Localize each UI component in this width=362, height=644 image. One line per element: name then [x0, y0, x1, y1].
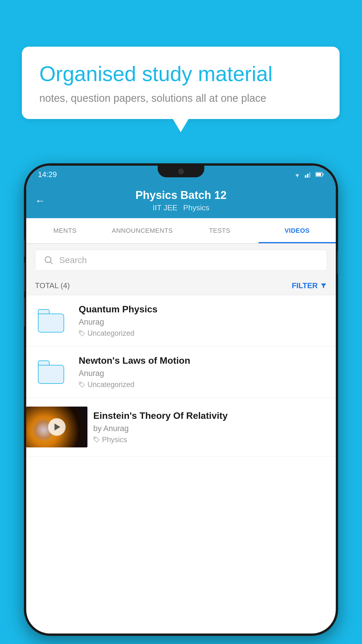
tag-icon: [79, 382, 85, 388]
item-tag-1: Uncategorized: [79, 329, 327, 337]
header-title: Physics Batch 12: [136, 189, 227, 202]
svg-point-0: [297, 176, 298, 177]
search-container: Search: [26, 244, 336, 276]
filter-bar: TOTAL (4) FILTER: [26, 276, 336, 295]
folder-body: [38, 314, 64, 332]
filter-label: FILTER: [292, 281, 318, 290]
item-thumbnail-2: [35, 359, 70, 385]
folder-icon: [38, 309, 67, 332]
tag-label-1: Uncategorized: [87, 329, 134, 337]
signal-icon: [305, 171, 312, 178]
item-info-2: Newton's Laws of Motion Anurag Uncategor…: [79, 355, 327, 389]
item-title-2: Newton's Laws of Motion: [79, 355, 327, 366]
tab-ments[interactable]: MENTS: [26, 218, 104, 243]
header-tag-iitjee: IIT JEE: [153, 203, 178, 212]
tag-icon: [79, 330, 85, 337]
svg-point-9: [80, 331, 81, 332]
item-info-3: Einstein's Theory Of Relativity by Anura…: [93, 410, 330, 444]
item-author-1: Anurag: [79, 318, 327, 327]
wifi-icon: [293, 171, 301, 178]
speech-bubble: Organised study material notes, question…: [22, 47, 340, 119]
search-bar[interactable]: Search: [35, 250, 327, 271]
play-button[interactable]: [48, 418, 66, 436]
svg-rect-5: [316, 173, 321, 176]
item-title-1: Quantum Physics: [79, 304, 327, 315]
list-item[interactable]: Quantum Physics Anurag Uncategorized: [26, 295, 336, 346]
item-info-1: Quantum Physics Anurag Uncategorized: [79, 304, 327, 337]
svg-rect-1: [305, 175, 306, 178]
volume-down-button: [24, 298, 25, 327]
filter-icon: [320, 282, 327, 289]
volume-silent-button: [24, 239, 25, 257]
tab-tests[interactable]: TESTS: [181, 218, 259, 243]
item-tag-2: Uncategorized: [79, 380, 327, 389]
item-thumbnail-1: [35, 308, 70, 334]
back-button[interactable]: ←: [35, 195, 45, 207]
tab-videos[interactable]: VIDEOS: [259, 218, 336, 243]
svg-point-11: [95, 438, 96, 439]
volume-up-button: [24, 262, 25, 292]
list-item[interactable]: Newton's Laws of Motion Anurag Uncategor…: [26, 346, 336, 398]
item-author-2: Anurag: [79, 369, 327, 378]
bubble-subtitle: notes, question papers, solutions all at…: [39, 92, 322, 104]
total-count: TOTAL (4): [35, 281, 70, 290]
header-tag-physics: Physics: [183, 203, 210, 212]
camera: [178, 169, 184, 174]
item-title-3: Einstein's Theory Of Relativity: [93, 410, 330, 421]
search-input[interactable]: Search: [59, 255, 87, 265]
svg-rect-2: [307, 174, 308, 178]
header-subtitle: IIT JEE Physics: [153, 203, 209, 212]
power-button: [337, 251, 338, 274]
phone-screen: 14:29: [26, 166, 336, 634]
video-list: Quantum Physics Anurag Uncategorized: [26, 295, 336, 456]
filter-button[interactable]: FILTER: [292, 281, 327, 290]
tabs-bar: MENTS ANNOUNCEMENTS TESTS VIDEOS: [26, 218, 336, 244]
app-header: ← Physics Batch 12 IIT JEE Physics: [26, 183, 336, 218]
svg-line-8: [50, 262, 52, 264]
notch: [158, 166, 204, 177]
folder-body: [38, 365, 64, 384]
play-icon: [55, 424, 60, 430]
status-icons: [293, 171, 324, 178]
search-icon: [44, 256, 53, 265]
tab-announcements[interactable]: ANNOUNCEMENTS: [104, 218, 181, 243]
item-thumbnail-3: [26, 407, 87, 447]
battery-icon: [315, 172, 324, 177]
status-bar: 14:29: [26, 166, 336, 183]
svg-rect-6: [323, 174, 324, 175]
tag-icon: [93, 436, 100, 443]
status-time: 14:29: [38, 170, 57, 179]
folder-icon: [38, 360, 67, 384]
svg-point-10: [80, 383, 81, 384]
bubble-title: Organised study material: [39, 61, 322, 86]
list-item[interactable]: Einstein's Theory Of Relativity by Anura…: [26, 398, 336, 456]
item-author-3: by Anurag: [93, 424, 330, 433]
item-tag-3: Physics: [93, 435, 330, 444]
svg-rect-3: [309, 172, 310, 178]
tag-label-2: Uncategorized: [87, 380, 134, 389]
tag-label-3: Physics: [102, 435, 127, 444]
phone-frame: 14:29: [24, 163, 338, 636]
